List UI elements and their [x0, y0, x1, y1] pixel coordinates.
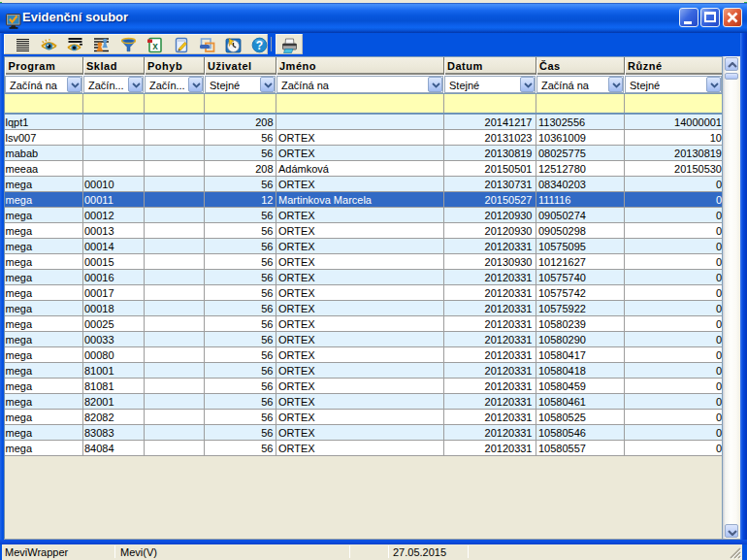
svg-text:x: x: [152, 40, 158, 50]
svg-text:?: ?: [256, 39, 263, 52]
